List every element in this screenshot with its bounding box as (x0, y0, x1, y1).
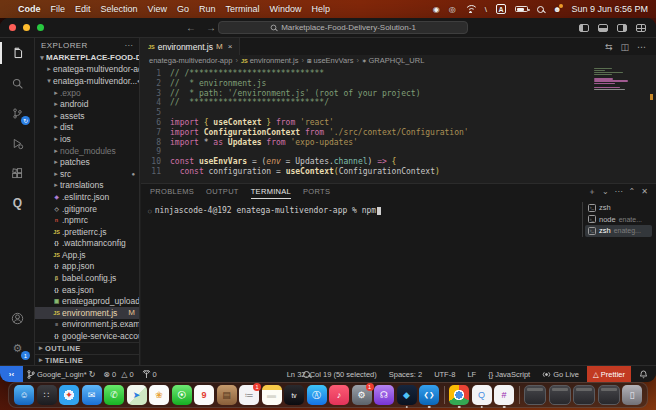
breadcrumb-graphql-url[interactable]: ✶GRAPHQL_URL (362, 56, 424, 65)
dock-mail[interactable]: ✉ (82, 385, 102, 405)
dock-settings[interactable]: ⚙1 (352, 385, 372, 405)
command-center[interactable]: Marketplace-Food-Delivery-Solution-1 (218, 21, 468, 34)
close-panel-icon[interactable]: ✕ (641, 187, 648, 196)
breadcrumb-environment-js[interactable]: JSenvironment.js (241, 56, 299, 65)
tree-item-node-modules[interactable]: ▸node_modules (35, 145, 139, 157)
menu-file[interactable]: File (51, 4, 66, 14)
dock-minimized-window[interactable] (598, 385, 620, 405)
problems-item[interactable]: ⊗ 0 △ 0 (99, 366, 137, 382)
git-branch-item[interactable]: Google_Login* ↻ (23, 366, 99, 382)
backslash-icon[interactable]: \ (485, 5, 487, 14)
code-editor[interactable]: 1// /****************************2// * e… (141, 66, 656, 183)
explorer-icon[interactable] (0, 38, 35, 68)
tree-item-google-service-account[interactable]: {}google-service-account.... (35, 330, 139, 342)
dock-vscode[interactable]: ❮❯ (419, 385, 439, 405)
tree-item-enatega-multivendor-admin[interactable]: ▸enatega-multivendor-admin (35, 64, 139, 76)
menu-code[interactable]: Code (18, 4, 41, 14)
menu-view[interactable]: View (148, 4, 167, 14)
section-outline[interactable]: ▸OUTLINE (35, 342, 139, 354)
tree-item-translations[interactable]: ▸translations (35, 180, 139, 192)
dock-dev-tool[interactable]: ◆ (397, 385, 417, 405)
dock-minimized-window[interactable] (524, 385, 546, 405)
panel-tab-ports[interactable]: PORTS (303, 187, 330, 196)
battery-icon[interactable] (515, 6, 528, 12)
dock-maps[interactable]: ➤ (127, 385, 147, 405)
menu-go[interactable]: Go (177, 4, 189, 14)
breadcrumb-enatega-multivendor-app[interactable]: enatega-multivendor-app (149, 56, 232, 65)
new-terminal-icon[interactable]: ＋ (588, 186, 596, 197)
dock-music[interactable]: ♪ (329, 385, 349, 405)
dock-minimized-window[interactable] (549, 385, 571, 405)
zoom-window-button[interactable] (37, 24, 44, 31)
accounts-icon[interactable] (0, 303, 35, 333)
ports-item[interactable]: 0 (138, 366, 161, 382)
user-menu-icon[interactable]: ☻ (553, 5, 561, 14)
panel-more-icon[interactable]: ⋯ (615, 187, 623, 196)
dock-chrome[interactable] (449, 385, 469, 405)
cursor-position-item[interactable]: Ln 32, Col 19 (50 selected) (283, 366, 381, 382)
search-view-icon[interactable] (0, 68, 35, 98)
encoding-item[interactable]: UTF-8 (430, 366, 459, 382)
input-source-icon[interactable]: A (496, 4, 506, 14)
tree-item-environment-js[interactable]: JSenvironment.jsM (35, 307, 139, 319)
menu-edit[interactable]: Edit (75, 4, 91, 14)
dock-app-store[interactable]: Ⓐ (307, 385, 327, 405)
menu-help[interactable]: Help (311, 4, 330, 14)
tree-item-src[interactable]: ▸src● (35, 168, 139, 180)
customize-layout-icon[interactable] (636, 24, 646, 32)
terminal-instance-zsh[interactable]: ›_zsh (585, 202, 652, 214)
tree-item-assets[interactable]: ▸assets (35, 110, 139, 122)
open-changes-icon[interactable]: ⇆ (605, 42, 613, 52)
record-icon[interactable]: ◉ (433, 5, 440, 14)
nav-forward-icon[interactable]: → (206, 22, 216, 33)
dock-finder[interactable]: ☺ (14, 385, 34, 405)
tree-item-npmrc[interactable]: n.npmrc (35, 214, 139, 226)
explorer-more-icon[interactable]: ⋯ (125, 41, 133, 50)
run-debug-icon[interactable] (0, 128, 35, 158)
terminal-instance-zsh[interactable]: ›_zshenateg... (585, 225, 652, 237)
indentation-item[interactable]: Spaces: 2 (385, 366, 426, 382)
tree-item-gitignore[interactable]: ◇.gitignore (35, 203, 139, 215)
tree-item-dist[interactable]: ▸dist (35, 122, 139, 134)
terminal-dropdown-icon[interactable]: ⌄ (602, 187, 609, 196)
tree-item-environment-js-example[interactable]: ≡environment.js.example (35, 319, 139, 331)
magnifier-status-icon[interactable] (303, 371, 310, 378)
panel-tab-output[interactable]: OUTPUT (206, 187, 239, 196)
tree-item-expo[interactable]: ▸.expo (35, 87, 139, 99)
dock-photos[interactable]: ❀ (149, 385, 169, 405)
tree-item-watchmanconfig[interactable]: {}.watchmanconfig (35, 238, 139, 250)
q-extension-icon[interactable]: Q (0, 188, 35, 218)
panel-tab-problems[interactable]: PROBLEMS (150, 187, 194, 196)
section-timeline[interactable]: ▸TIMELINE (35, 354, 139, 365)
dock-notes[interactable]: ▬ (262, 385, 282, 405)
dock-facetime[interactable]: ⦿ (172, 385, 192, 405)
screen-mirroring-icon[interactable]: ◎ (449, 5, 456, 14)
breadcrumb-useenvvars[interactable]: ⊞useEnvVars (307, 56, 354, 65)
dock-podcasts[interactable]: ☊ (374, 385, 394, 405)
eol-item[interactable]: LF (463, 366, 480, 382)
nav-back-icon[interactable]: ← (186, 22, 196, 33)
terminal-instance-node[interactable]: ›_nodeenate... (585, 214, 652, 226)
dock-calendar[interactable]: 9 (194, 385, 214, 405)
tree-item-app-json[interactable]: {}app.json (35, 261, 139, 273)
toggle-panel-icon[interactable] (598, 24, 608, 32)
maximize-panel-icon[interactable]: ⌃ (629, 187, 636, 196)
tab-close-icon[interactable]: × (228, 42, 233, 51)
tree-item-marketplace-food-delive[interactable]: ▾MARKETPLACE-FOOD-DELIVE... (35, 52, 139, 64)
dock-messages[interactable]: ✆ (104, 385, 124, 405)
dock-reminders[interactable]: ≔1 (239, 385, 259, 405)
spotlight-icon[interactable] (537, 6, 544, 13)
dock-safari[interactable]: ✦ (59, 385, 79, 405)
tree-item-app-js[interactable]: JSApp.js (35, 249, 139, 261)
extensions-icon[interactable] (0, 158, 35, 188)
dock-quicktime[interactable]: Q (472, 385, 492, 405)
toggle-secondary-sidebar-icon[interactable] (617, 24, 627, 32)
dock-slack[interactable]: # (494, 385, 514, 405)
terminal-content[interactable]: ○ninjascode-4@192 enatega-multivendor-ap… (148, 206, 576, 215)
settings-gear-icon[interactable]: ⚙ 1 (0, 333, 35, 363)
panel-tab-terminal[interactable]: TERMINAL (251, 184, 291, 199)
tree-item-enategaprod-upload-cer[interactable]: ▣enategaprod_upload_cer... (35, 295, 139, 307)
editor-more-icon[interactable]: ⋯ (637, 42, 646, 52)
prettier-item[interactable]: △ Prettier (587, 366, 631, 382)
dock-launchpad[interactable]: ∷ (37, 385, 57, 405)
